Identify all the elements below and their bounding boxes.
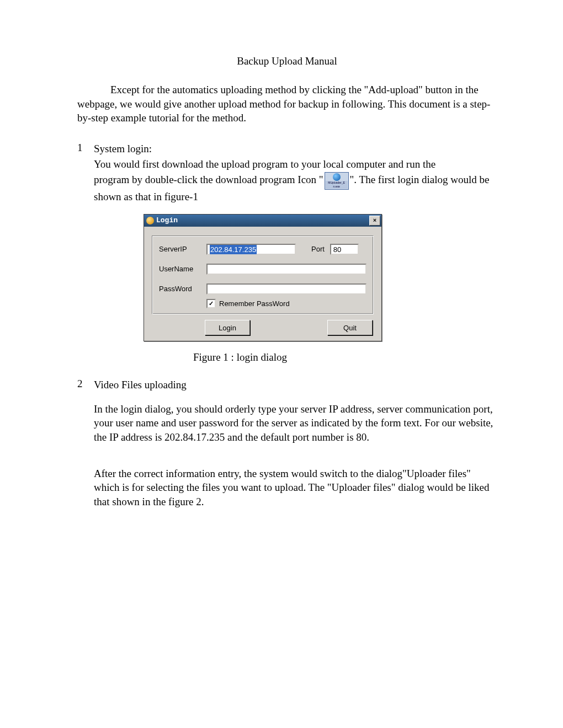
figure-1-image: Login × ServerIP 202.84.17.235 [144,214,497,342]
button-row: Login Quit [152,320,374,335]
section-2: 2 Video Files uploading In the login dia… [77,378,497,514]
section-1: 1 System login: You would first download… [77,142,497,378]
password-label: PassWord [159,284,206,294]
figure-1-caption: Figure 1 : login dialog [193,350,497,365]
login-button[interactable]: Login [205,320,250,335]
section-2-para-1: In the login dialog, you should orderly … [94,402,497,445]
section-1-line-b: program by double-click the download pro… [94,172,497,204]
document-page: Backup Upload Manual Except for the auto… [0,0,563,728]
doc-title: Backup Upload Manual [77,55,497,67]
password-row: PassWord [159,283,367,295]
section-1-heading: System login: [94,142,497,156]
section-1-text-before-icon: program by double-click the download pro… [94,174,323,186]
list-number-1: 1 [77,142,94,378]
serverip-row: ServerIP 202.84.17.235 Port 80 [159,244,367,255]
checkmark-icon: ✓ [209,301,214,307]
section-1-line-a: You would first download the upload prog… [94,157,497,172]
port-input[interactable]: 80 [330,244,359,255]
dialog-titlebar: Login × [144,215,381,227]
serverip-input[interactable]: 202.84.17.235 [206,244,296,255]
intro-paragraph: Except for the automatics uploading meth… [77,83,497,125]
username-label: UserName [159,264,206,274]
username-row: UserName [159,264,367,275]
port-label: Port [311,244,325,254]
remember-row: ✓ Remember PassWord [206,299,367,309]
uploader-exe-icon: MUploader_E n.exe [325,172,349,190]
close-icon: × [373,217,376,223]
dialog-body: ServerIP 202.84.17.235 Port 80 UserName [144,227,381,341]
section-2-para-2: After the correct information entry, the… [94,467,497,509]
dialog-app-icon [146,217,154,224]
list-number-2: 2 [77,378,94,514]
remember-checkbox[interactable]: ✓ [206,299,216,308]
section-2-heading: Video Files uploading [94,378,497,392]
form-panel: ServerIP 202.84.17.235 Port 80 UserName [152,235,374,315]
quit-button[interactable]: Quit [327,320,373,335]
serverip-label: ServerIP [159,244,206,254]
dialog-title-text: Login [156,216,369,226]
password-input[interactable] [206,283,367,295]
login-dialog: Login × ServerIP 202.84.17.235 [144,214,382,342]
remember-label: Remember PassWord [219,299,290,309]
serverip-value: 202.84.17.235 [210,245,257,255]
close-button[interactable]: × [369,216,380,226]
username-input[interactable] [206,264,367,275]
